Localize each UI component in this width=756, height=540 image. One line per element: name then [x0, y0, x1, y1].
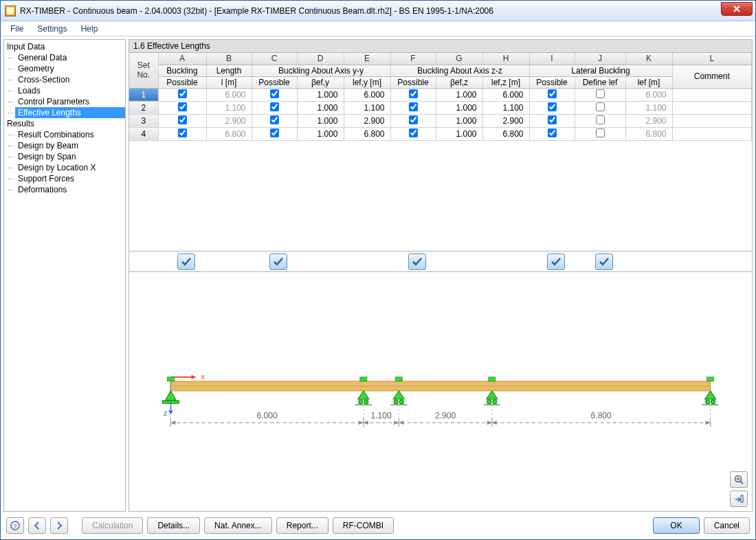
col-letter-j[interactable]: J [575, 53, 625, 65]
cell-zz-possible[interactable] [390, 114, 436, 127]
col-letter-e[interactable]: E [344, 53, 390, 65]
cell-comment[interactable] [672, 101, 752, 114]
menu-help[interactable]: Help [74, 23, 105, 35]
checkbox[interactable] [270, 89, 279, 98]
cell-length[interactable]: 6.800 [206, 127, 252, 140]
cell-buckling[interactable] [158, 127, 206, 140]
cell-lef[interactable]: 1.100 [625, 101, 672, 114]
cell-zz-possible[interactable] [390, 88, 436, 101]
col-letter-i[interactable]: I [529, 53, 575, 65]
grid[interactable]: Set No. A B C D E F G H [129, 52, 753, 251]
close-button[interactable] [721, 2, 753, 16]
tree-loads[interactable]: Loads [15, 85, 125, 96]
checkbox[interactable] [270, 115, 279, 124]
cell-lef[interactable]: 6.000 [625, 88, 672, 101]
checkbox[interactable] [270, 128, 279, 137]
col-letter-a[interactable]: A [158, 53, 206, 65]
cell-yy-possible[interactable] [252, 114, 297, 127]
toggle-zz-possible[interactable] [408, 254, 426, 270]
tree-effective-lengths[interactable]: Effective Lengths [15, 107, 125, 118]
checkbox[interactable] [548, 115, 557, 124]
row-number[interactable]: 2 [129, 101, 158, 114]
print-view-button[interactable] [730, 491, 748, 507]
cell-lefz[interactable]: 2.900 [482, 114, 529, 127]
cell-define-lef[interactable] [575, 101, 625, 114]
cell-beta-y[interactable]: 1.000 [297, 114, 344, 127]
tree-cross-section[interactable]: Cross-Section [15, 74, 125, 85]
checkbox[interactable] [548, 102, 557, 111]
table-row[interactable]: 21.1001.0001.1001.0001.1001.100 [129, 101, 752, 114]
row-number[interactable]: 3 [129, 114, 158, 127]
tree-geometry[interactable]: Geometry [15, 63, 125, 74]
cell-buckling[interactable] [158, 88, 206, 101]
col-letter-k[interactable]: K [625, 53, 672, 65]
tree-design-by-beam[interactable]: Design by Beam [15, 140, 125, 151]
details-button[interactable]: Details... [147, 517, 200, 534]
cell-lefz[interactable]: 6.800 [482, 127, 529, 140]
cell-comment[interactable] [672, 88, 752, 101]
row-number[interactable]: 1 [129, 88, 158, 101]
tree-design-by-location-x[interactable]: Design by Location X [15, 162, 125, 173]
tree-support-forces[interactable]: Support Forces [15, 173, 125, 184]
cell-buckling[interactable] [158, 101, 206, 114]
table-row[interactable]: 32.9001.0002.9001.0002.9002.900 [129, 114, 752, 127]
checkbox[interactable] [548, 128, 557, 137]
tree-input-data[interactable]: Input Data [4, 41, 125, 52]
cell-length[interactable]: 2.900 [206, 114, 252, 127]
cell-length[interactable]: 1.100 [206, 101, 252, 114]
checkbox[interactable] [596, 102, 605, 111]
checkbox[interactable] [270, 102, 279, 111]
tree-general-data[interactable]: General Data [15, 52, 125, 63]
cell-zz-possible[interactable] [390, 127, 436, 140]
table-row[interactable]: 16.0001.0006.0001.0006.0006.000 [129, 88, 752, 101]
rf-combi-button[interactable]: RF-COMBI [333, 517, 394, 534]
next-button[interactable] [50, 517, 68, 534]
tree-control-parameters[interactable]: Control Parameters [15, 96, 125, 107]
toggle-buckling-possible[interactable] [177, 254, 195, 270]
cell-lef[interactable]: 6.800 [625, 127, 672, 140]
cell-beta-z[interactable]: 1.000 [436, 88, 482, 101]
cell-yy-possible[interactable] [252, 88, 297, 101]
ok-button[interactable]: OK [653, 517, 699, 534]
checkbox[interactable] [548, 89, 557, 98]
toggle-define-lef[interactable] [595, 254, 613, 270]
prev-button[interactable] [28, 517, 46, 534]
col-letter-l[interactable]: L [672, 53, 752, 65]
cell-lb-possible[interactable] [529, 88, 575, 101]
cell-beta-z[interactable]: 1.000 [436, 101, 482, 114]
checkbox[interactable] [409, 89, 418, 98]
cell-zz-possible[interactable] [390, 101, 436, 114]
col-letter-b[interactable]: B [206, 53, 252, 65]
col-letter-c[interactable]: C [252, 53, 297, 65]
checkbox[interactable] [596, 89, 605, 98]
cell-comment[interactable] [672, 114, 752, 127]
cell-comment[interactable] [672, 127, 752, 140]
checkbox[interactable] [178, 128, 187, 137]
tree-results[interactable]: Results [4, 118, 125, 129]
help-button[interactable]: ? [6, 517, 24, 534]
checkbox[interactable] [596, 115, 605, 124]
toggle-yy-possible[interactable] [269, 254, 287, 270]
cell-beta-z[interactable]: 1.000 [436, 114, 482, 127]
cell-yy-possible[interactable] [252, 101, 297, 114]
cell-define-lef[interactable] [575, 88, 625, 101]
cell-length[interactable]: 6.000 [206, 88, 252, 101]
cell-buckling[interactable] [158, 114, 206, 127]
cell-lefz[interactable]: 1.100 [482, 101, 529, 114]
cell-define-lef[interactable] [575, 114, 625, 127]
col-letter-d[interactable]: D [297, 53, 344, 65]
cancel-button[interactable]: Cancel [704, 517, 750, 534]
checkbox[interactable] [596, 128, 605, 137]
zoom-extents-button[interactable] [730, 471, 748, 488]
cell-lb-possible[interactable] [529, 114, 575, 127]
cell-yy-possible[interactable] [252, 127, 297, 140]
tree-design-by-span[interactable]: Design by Span [15, 151, 125, 162]
table-row[interactable]: 46.8001.0006.8001.0006.8006.800 [129, 127, 752, 140]
cell-beta-y[interactable]: 1.000 [297, 88, 344, 101]
checkbox[interactable] [409, 128, 418, 137]
toggle-lb-possible[interactable] [547, 254, 565, 270]
calculation-button[interactable]: Calculation [82, 517, 143, 534]
cell-lefy[interactable]: 6.000 [344, 88, 390, 101]
menu-settings[interactable]: Settings [30, 23, 74, 35]
checkbox[interactable] [178, 102, 187, 111]
